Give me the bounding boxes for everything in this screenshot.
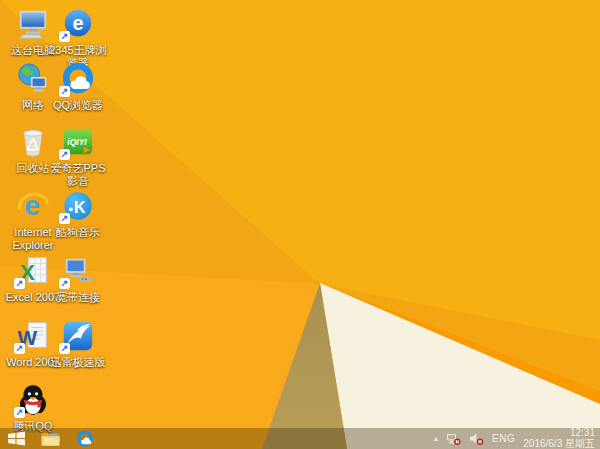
start-button[interactable]: [3, 428, 30, 449]
windows-logo-icon: [8, 431, 25, 446]
icon-label: 爱奇艺PPS影音: [47, 162, 109, 188]
system-tray: ▴ ENG 12:31: [434, 428, 600, 449]
qq-browser-icon: [76, 430, 94, 448]
taskbar: ▴ ENG 12:31: [0, 428, 600, 449]
shortcut-arrow-icon: ↗: [59, 213, 70, 224]
network-icon: [15, 61, 51, 97]
iqiyi-pps-icon: iQIYI ↗: [60, 124, 96, 160]
file-explorer-icon: [41, 431, 60, 446]
qq-browser-icon: ↗: [60, 61, 96, 97]
internet-explorer-icon: e: [15, 188, 51, 224]
shortcut-arrow-icon: ↗: [59, 86, 70, 97]
desktop-icon-tencent-qq[interactable]: ↗ 腾讯QQ: [2, 382, 64, 433]
icon-label: 酷狗音乐: [56, 226, 100, 239]
taskbar-file-explorer-button[interactable]: [37, 428, 64, 449]
svg-text:K: K: [74, 198, 86, 216]
clock-time: 12:31: [570, 428, 595, 439]
shortcut-arrow-icon: ↗: [14, 278, 25, 289]
shortcut-arrow-icon: ↗: [59, 278, 70, 289]
recycle-bin-icon: [15, 124, 51, 160]
svg-text:iQIYI: iQIYI: [67, 137, 87, 147]
excel-icon: X ↗: [15, 253, 51, 289]
kugou-music-icon: K ↗: [60, 188, 96, 224]
taskbar-qq-browser-button[interactable]: [71, 428, 98, 449]
word-icon: W ↗: [15, 318, 51, 354]
shortcut-arrow-icon: ↗: [59, 149, 70, 160]
icon-label: 迅雷极速版: [51, 356, 106, 369]
shortcut-arrow-icon: ↗: [14, 407, 25, 418]
broadband-icon: ↗: [60, 253, 96, 289]
shortcut-arrow-icon: ↗: [59, 31, 70, 42]
network-status-button[interactable]: [446, 432, 461, 446]
desktop-icon-broadband[interactable]: ↗ 宽带连接: [47, 253, 109, 304]
taskbar-clock[interactable]: 12:31 2016/6/3 星期五: [523, 428, 595, 449]
volume-status-button[interactable]: [469, 432, 484, 446]
desktop-icon-iqiyi-pps[interactable]: iQIYI ↗ 爱奇艺PPS影音: [47, 124, 109, 188]
this-pc-icon: [15, 6, 51, 42]
language-indicator[interactable]: ENG: [492, 433, 515, 444]
icon-label: 宽带连接: [56, 291, 100, 304]
desktop: 这台电脑 e ↗ 2345王牌浏览器: [0, 0, 600, 449]
desktop-icon-kugou-music[interactable]: K ↗ 酷狗音乐: [47, 188, 109, 239]
svg-text:e: e: [72, 12, 83, 34]
desktop-icon-qq-browser[interactable]: ↗ QQ浏览器: [47, 61, 109, 112]
clock-date: 2016/6/3 星期五: [523, 439, 595, 449]
icon-label: 回收站: [17, 162, 50, 175]
desktop-icon-thunder[interactable]: ↗ 迅雷极速版: [47, 318, 109, 369]
shortcut-arrow-icon: ↗: [59, 343, 70, 354]
tencent-qq-icon: ↗: [15, 382, 51, 418]
thunder-icon: ↗: [60, 318, 96, 354]
icon-label: QQ浏览器: [53, 99, 103, 112]
2345-browser-icon: e ↗: [60, 6, 96, 42]
icon-label: 网络: [22, 99, 44, 112]
shortcut-arrow-icon: ↗: [14, 343, 25, 354]
show-hidden-icons-button[interactable]: ▴: [434, 435, 438, 443]
